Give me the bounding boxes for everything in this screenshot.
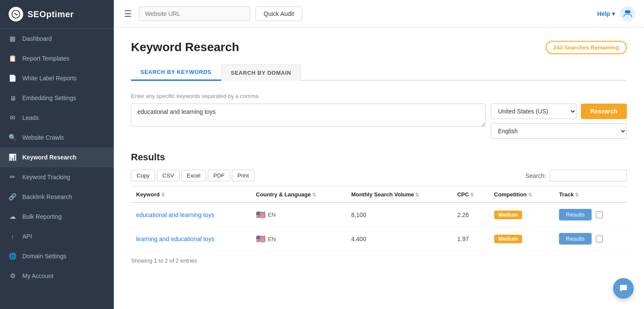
export-btn-excel[interactable]: Excel <box>181 170 206 181</box>
sidebar-label-leads: Leads <box>22 114 39 121</box>
sidebar-nav: ▦Dashboard📋Report Templates📄White Label … <box>0 29 114 286</box>
sidebar-item-keyword-research[interactable]: 📊Keyword Research <box>0 147 114 167</box>
col-header-competition: Competition <box>489 187 554 203</box>
table-row: learning and educational toys 🇺🇸 EN 4,40… <box>131 227 627 251</box>
sidebar-item-leads[interactable]: ✉Leads <box>0 108 114 128</box>
cell-keyword: educational and learning toys <box>131 202 251 227</box>
header: ☰ Quick Audit Help ▾ <box>114 0 644 28</box>
sidebar-icon-my-account: ⚙ <box>9 272 16 280</box>
sidebar-label-embedding-settings: Embedding Settings <box>22 95 76 101</box>
sidebar-icon-backlink-research: 🔗 <box>9 193 16 201</box>
col-header-track: Track <box>554 187 627 203</box>
results-section: Results CopyCSVExcelPDFPrint Search: Key… <box>131 152 627 264</box>
results-button-0[interactable]: Results <box>559 209 591 220</box>
sidebar-icon-keyword-tracking: ✏ <box>9 173 16 181</box>
search-row: Search: <box>526 170 627 181</box>
sidebar-icon-bulk-reporting: ☁ <box>9 213 16 220</box>
export-btn-csv[interactable]: CSV <box>157 170 179 181</box>
sidebar-item-api[interactable]: ↑API <box>0 226 114 246</box>
sidebar-item-domain-settings[interactable]: 🌐Domain Settings <box>0 246 114 266</box>
sidebar-item-keyword-tracking[interactable]: ✏Keyword Tracking <box>0 167 114 187</box>
chat-widget[interactable] <box>613 278 634 299</box>
table-body: educational and learning toys 🇺🇸 EN 8,10… <box>131 202 627 251</box>
page-title: Keyword Research <box>131 40 239 54</box>
cell-track: Results <box>554 227 627 251</box>
sidebar-label-domain-settings: Domain Settings <box>22 253 67 260</box>
sidebar-label-my-account: My Account <box>22 272 53 279</box>
avatar[interactable] <box>620 6 635 21</box>
col-header-country-&-language: Country & Language <box>251 187 346 203</box>
table-controls: CopyCSVExcelPDFPrint Search: <box>131 170 627 181</box>
export-btn-print[interactable]: Print <box>232 170 255 181</box>
research-button[interactable]: Research <box>581 104 627 119</box>
keyword-row: United States (US)United Kingdom (UK)Can… <box>131 104 627 139</box>
sidebar-icon-embedding-settings: 🖥 <box>9 94 16 102</box>
table-footer: Showing 1 to 2 of 2 entries <box>131 257 627 264</box>
sidebar-label-api: API <box>22 233 32 240</box>
cell-competition: Medium <box>489 227 554 251</box>
cell-cpc: 1.97 <box>452 227 489 251</box>
results-table: KeywordCountry & LanguageMonthly Search … <box>131 187 627 251</box>
main: ☰ Quick Audit Help ▾ Keyword Research 24… <box>114 0 644 309</box>
col-header-monthly-search-volume: Monthly Search Volume <box>346 187 452 203</box>
logo-text: SEOptimer <box>27 9 74 19</box>
sidebar-label-white-label-reports: White Label Reports <box>22 75 77 82</box>
sidebar-label-website-crawls: Website Crawls <box>22 134 64 141</box>
sidebar-label-backlink-research: Backlink Research <box>22 193 72 200</box>
right-controls: United States (US)United Kingdom (UK)Can… <box>491 104 627 139</box>
sidebar-icon-leads: ✉ <box>9 114 16 122</box>
col-header-cpc: CPC <box>452 187 489 203</box>
searches-remaining-badge: 243 Searches Remaining <box>546 41 627 54</box>
svg-point-2 <box>627 10 630 13</box>
export-btn-copy[interactable]: Copy <box>131 170 155 181</box>
tab-search-by-keywords[interactable]: SEARCH BY KEYWORDS <box>131 64 221 81</box>
cell-search-volume: 8,100 <box>346 202 452 227</box>
export-btn-pdf[interactable]: PDF <box>208 170 230 181</box>
track-checkbox-1[interactable] <box>596 236 603 242</box>
results-button-1[interactable]: Results <box>559 233 591 245</box>
input-label: Enter any specific keywords separated by… <box>131 93 627 99</box>
country-select[interactable]: United States (US)United Kingdom (UK)Can… <box>491 104 577 119</box>
content: Keyword Research 243 Searches Remaining … <box>114 28 644 309</box>
sidebar-icon-api: ↑ <box>9 233 16 240</box>
sidebar-label-keyword-tracking: Keyword Tracking <box>22 174 70 181</box>
sidebar-label-report-templates: Report Templates <box>22 55 69 62</box>
country-row: United States (US)United Kingdom (UK)Can… <box>491 104 627 119</box>
cell-competition: Medium <box>489 202 554 227</box>
track-checkbox-0[interactable] <box>596 211 603 218</box>
cell-search-volume: 4,400 <box>346 227 452 251</box>
hamburger-button[interactable]: ☰ <box>122 7 134 21</box>
sidebar-item-embedding-settings[interactable]: 🖥Embedding Settings <box>0 88 114 108</box>
table-header-row: KeywordCountry & LanguageMonthly Search … <box>131 187 627 203</box>
sidebar-icon-domain-settings: 🌐 <box>9 252 16 260</box>
cell-cpc: 2.26 <box>452 202 489 227</box>
sidebar-item-white-label-reports[interactable]: 📄White Label Reports <box>0 68 114 88</box>
url-input[interactable] <box>139 6 250 21</box>
export-buttons: CopyCSVExcelPDFPrint <box>131 170 255 181</box>
table-row: educational and learning toys 🇺🇸 EN 8,10… <box>131 202 627 227</box>
sidebar-logo: SEOptimer <box>0 0 114 29</box>
cell-keyword: learning and educational toys <box>131 227 251 251</box>
sidebar-label-bulk-reporting: Bulk Reporting <box>22 213 62 220</box>
sidebar-label-keyword-research: Keyword Research <box>22 154 76 161</box>
sidebar-item-dashboard[interactable]: ▦Dashboard <box>0 29 114 49</box>
sidebar-item-backlink-research[interactable]: 🔗Backlink Research <box>0 187 114 207</box>
keyword-input[interactable] <box>131 104 486 127</box>
tab-search-by-domain[interactable]: SEARCH BY DOMAIN <box>221 64 301 81</box>
help-button[interactable]: Help ▾ <box>597 10 615 17</box>
col-header-keyword: Keyword <box>131 187 251 203</box>
table-search-input[interactable] <box>550 170 627 181</box>
sidebar: SEOptimer ▦Dashboard📋Report Templates📄Wh… <box>0 0 114 309</box>
sidebar-icon-keyword-research: 📊 <box>9 153 16 161</box>
page-header: Keyword Research 243 Searches Remaining <box>131 40 627 54</box>
sidebar-item-bulk-reporting[interactable]: ☁Bulk Reporting <box>0 207 114 226</box>
sidebar-item-report-templates[interactable]: 📋Report Templates <box>0 49 114 68</box>
quick-audit-button[interactable]: Quick Audit <box>255 6 302 21</box>
sidebar-icon-website-crawls: 🔍 <box>9 134 16 141</box>
sidebar-icon-white-label-reports: 📄 <box>9 74 16 82</box>
cell-track: Results <box>554 203 627 227</box>
sidebar-item-website-crawls[interactable]: 🔍Website Crawls <box>0 128 114 147</box>
sidebar-item-my-account[interactable]: ⚙My Account <box>0 266 114 286</box>
language-select[interactable]: EnglishSpanishFrenchGerman <box>491 123 627 139</box>
results-title: Results <box>131 152 627 163</box>
